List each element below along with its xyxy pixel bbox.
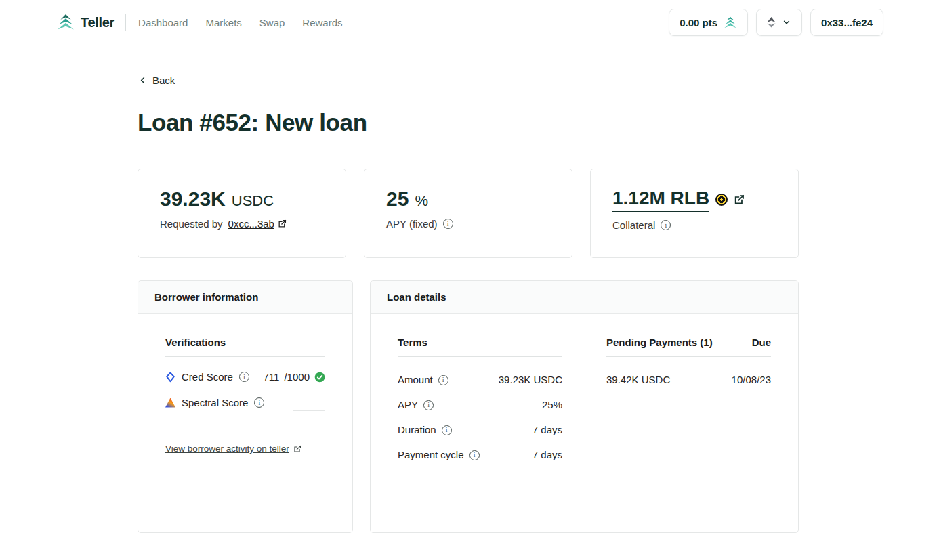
back-label: Back <box>152 74 175 86</box>
info-icon[interactable] <box>442 425 452 435</box>
apy-value: 25 <box>386 188 409 211</box>
nav-item-swap[interactable]: Swap <box>259 17 285 28</box>
collateral-link[interactable]: 1.12M RLB <box>612 188 709 212</box>
payment-row: 39.42K USDC 10/08/23 <box>606 372 771 387</box>
principal-value: 39.23K <box>160 188 226 211</box>
principal-card: 39.23K USDC Requested by 0xcc...3ab <box>138 169 346 258</box>
loan-details-panel: Loan details Terms Amount 39.23K USDC <box>370 280 799 533</box>
teller-tree-icon <box>57 14 75 31</box>
payment-due-date: 10/08/23 <box>732 372 771 387</box>
info-icon[interactable] <box>239 372 249 382</box>
detail-panels: Borrower information Verifications Cred … <box>138 280 799 533</box>
main-nav: Dashboard Markets Swap Rewards <box>138 17 342 28</box>
info-icon[interactable] <box>470 450 480 460</box>
brand-name: Teller <box>81 15 114 30</box>
nav-item-markets[interactable]: Markets <box>205 17 241 28</box>
principal-unit: USDC <box>232 192 274 210</box>
term-value-payment-cycle: 7 days <box>533 448 562 462</box>
borrower-activity-link[interactable]: View borrower activity on teller <box>165 444 301 454</box>
principal-label: Requested by <box>160 218 223 230</box>
main-content: Back Loan #652: New loan 39.23K USDC Req… <box>138 74 799 533</box>
due-heading: Due <box>752 337 771 348</box>
borrower-panel: Borrower information Verifications Cred … <box>138 280 353 533</box>
external-link-icon <box>293 445 301 453</box>
terms-heading: Terms <box>398 337 427 348</box>
info-icon[interactable] <box>443 219 453 229</box>
wallet-button[interactable]: 0x33...fe24 <box>810 9 883 36</box>
verifications-heading: Verifications <box>165 337 226 348</box>
info-icon[interactable] <box>423 400 434 410</box>
apy-card: 25 % APY (fixed) <box>364 169 572 258</box>
stat-cards: 39.23K USDC Requested by 0xcc...3ab 25 <box>138 169 799 258</box>
collateral-card: 1.12M RLB Collateral <box>590 169 799 258</box>
external-link-icon <box>734 194 745 205</box>
term-value-duration: 7 days <box>533 423 562 437</box>
term-row-apy: APY 25% <box>398 397 562 412</box>
spectral-score-placeholder <box>293 410 325 411</box>
loan-details-panel-title: Loan details <box>371 281 798 314</box>
terms-column: Terms Amount 39.23K USDC APY <box>398 337 562 462</box>
borrower-address-link[interactable]: 0xcc...3ab <box>228 218 287 230</box>
chevron-left-icon <box>138 75 148 85</box>
external-link-icon <box>278 219 287 228</box>
info-icon[interactable] <box>438 375 448 385</box>
divider <box>165 427 325 427</box>
payment-amount: 39.42K USDC <box>606 372 670 387</box>
spectral-score-label: Spectral Score <box>182 397 248 408</box>
check-circle-icon <box>314 372 325 383</box>
cred-score-label: Cred Score <box>182 371 233 383</box>
collateral-label: Collateral <box>612 219 655 231</box>
rlb-token-icon <box>715 194 728 206</box>
cred-score-max: /1000 <box>284 371 310 383</box>
info-icon[interactable] <box>661 220 671 230</box>
cred-score-row: Cred Score 711 /1000 <box>165 371 325 383</box>
apy-unit: % <box>415 192 428 210</box>
points-value: 0.00 pts <box>680 17 717 28</box>
topbar: Teller Dashboard Markets Swap Rewards 0.… <box>0 0 939 45</box>
spectral-icon <box>165 398 175 408</box>
nav-item-dashboard[interactable]: Dashboard <box>138 17 188 28</box>
pending-payments-heading: Pending Payments (1) <box>606 337 713 348</box>
chevron-down-icon <box>782 18 791 27</box>
topbar-divider <box>125 14 126 31</box>
apy-label: APY (fixed) <box>386 218 438 230</box>
term-row-payment-cycle: Payment cycle 7 days <box>398 448 562 462</box>
spectral-score-row: Spectral Score <box>165 397 325 408</box>
term-row-amount: Amount 39.23K USDC <box>398 372 562 387</box>
teller-points-icon <box>724 16 737 29</box>
term-value-amount: 39.23K USDC <box>499 372 562 387</box>
pending-payments-column: Pending Payments (1) Due 39.42K USDC 10/… <box>606 337 771 462</box>
term-row-duration: Duration 7 days <box>398 423 562 437</box>
ethereum-icon <box>767 17 776 28</box>
network-selector-button[interactable] <box>756 9 802 36</box>
cred-score-value: 711 <box>264 371 280 383</box>
brand-logo[interactable]: Teller <box>57 14 114 31</box>
wallet-address: 0x33...fe24 <box>821 17 873 28</box>
info-icon[interactable] <box>254 397 264 408</box>
page-title: Loan #652: New loan <box>138 109 799 136</box>
nav-item-rewards[interactable]: Rewards <box>302 17 342 28</box>
term-value-apy: 25% <box>542 397 562 412</box>
borrower-panel-title: Borrower information <box>138 281 352 314</box>
back-link[interactable]: Back <box>138 74 175 86</box>
cred-icon <box>165 372 175 383</box>
points-button[interactable]: 0.00 pts <box>669 9 748 36</box>
